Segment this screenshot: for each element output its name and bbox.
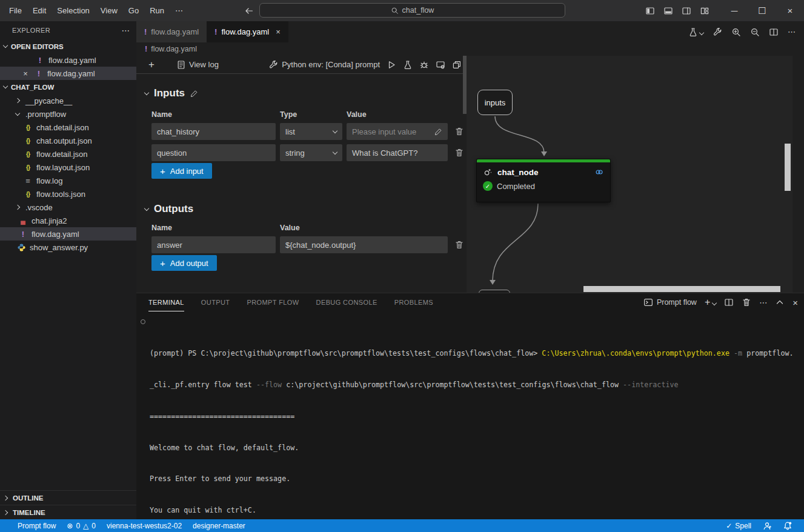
output-value-field[interactable]: ${chat_node.output} [280, 236, 448, 253]
kill-terminal-icon[interactable] [742, 298, 751, 307]
debug-icon[interactable] [419, 60, 429, 70]
split-terminal-icon[interactable] [724, 298, 734, 307]
run-flow-icon[interactable] [387, 60, 396, 70]
command-decoration-icon[interactable] [141, 319, 145, 324]
edit-value-icon[interactable] [434, 128, 442, 136]
editor-scroll-gutter[interactable] [792, 56, 804, 293]
tree-item-promptflow-folder[interactable]: .promptflow [0, 107, 136, 121]
tools-icon[interactable] [713, 27, 722, 37]
toggle-secondary-sidebar-icon[interactable] [682, 6, 691, 16]
editor-more-icon[interactable]: ⋯ [788, 27, 796, 36]
tab-debug-console[interactable]: DEBUG CONSOLE [316, 293, 377, 311]
toggle-sidebar-icon[interactable] [645, 6, 655, 16]
add-output-button[interactable]: + Add output [151, 255, 217, 271]
close-window-button[interactable]: × [776, 0, 804, 21]
maximize-panel-icon[interactable] [775, 298, 785, 307]
graph-vertical-scrollbar[interactable] [785, 144, 791, 191]
chevron-down-icon[interactable] [144, 90, 149, 95]
statusbar-prompt-flow[interactable]: Prompt flow [12, 519, 61, 532]
explorer-more-icon[interactable]: ⋯ [122, 25, 130, 35]
tab-flow-dag-yaml[interactable]: ! flow.dag.yaml [136, 21, 207, 42]
open-editors-section[interactable]: OPEN EDITORS [0, 39, 136, 53]
close-icon[interactable]: × [21, 69, 30, 78]
breadcrumb[interactable]: ! flow.dag.yaml [136, 42, 804, 56]
tree-item-flow-log[interactable]: ≡ flow.log [0, 174, 136, 187]
zoom-out-icon[interactable] [750, 27, 760, 37]
input-value-field[interactable]: Please input value [347, 123, 448, 140]
back-arrow-icon[interactable] [244, 6, 254, 16]
connection-link-icon[interactable] [594, 167, 604, 177]
input-value-field[interactable]: What is ChatGPT? [347, 144, 448, 161]
menu-view[interactable]: View [95, 4, 123, 17]
menu-selection[interactable]: Selection [51, 4, 95, 17]
menu-file[interactable]: File [4, 4, 27, 17]
tab-problems[interactable]: PROBLEMS [394, 293, 433, 311]
add-node-button[interactable]: + [145, 59, 158, 71]
maximize-button[interactable]: ☐ [748, 0, 776, 21]
tree-item-vscode-folder[interactable]: .vscode [0, 201, 136, 214]
graph-node-chat-node[interactable]: chat_node ✓ Completed [476, 159, 611, 202]
tree-item-flow-layout-json[interactable]: {} flow.layout.json [0, 161, 136, 174]
outline-section[interactable]: OUTLINE [0, 490, 136, 505]
graph-node-inputs[interactable]: inputs [477, 90, 513, 115]
statusbar-branch[interactable]: designer-master [187, 519, 251, 532]
python-env-selector[interactable]: Python env: [Conda] prompt [268, 60, 380, 70]
command-center-search[interactable]: chat_flow [259, 3, 565, 18]
output-name-field[interactable]: answer [151, 236, 276, 253]
workspace-root-folder[interactable]: CHAT_FLOW [0, 80, 136, 94]
toggle-panel-icon[interactable] [663, 6, 673, 16]
tree-item-flow-detail-json[interactable]: {} flow.detail.json [0, 147, 136, 161]
terminal-output: (prompt) PS C:\project\github\promptflow… [136, 311, 804, 532]
tab-terminal[interactable]: TERMINAL [148, 293, 184, 311]
tree-item-flow-dag-yaml[interactable]: ! flow.dag.yaml [0, 227, 136, 241]
warning-icon: △ [83, 522, 88, 530]
split-editor-icon[interactable] [769, 27, 779, 37]
menu-edit[interactable]: Edit [27, 4, 51, 17]
spell-checker-status[interactable]: ✓ Spell [720, 519, 757, 532]
chevron-down-icon[interactable] [144, 205, 149, 210]
input-name-field[interactable]: question [151, 144, 276, 161]
customize-layout-icon[interactable] [700, 6, 709, 16]
close-panel-icon[interactable]: × [792, 298, 798, 308]
tree-item-show-answer-py[interactable]: show_answer.py [0, 241, 136, 254]
zoom-in-icon[interactable] [731, 27, 741, 37]
tree-item-chat-jinja2[interactable]: ▄ chat.jinja2 [0, 214, 136, 227]
input-name-field[interactable]: chat_history [151, 123, 276, 140]
notifications-bell-icon[interactable] [777, 519, 798, 532]
delete-input-icon[interactable] [452, 148, 467, 158]
view-log-button[interactable]: View log [176, 60, 219, 70]
close-tab-icon[interactable]: × [276, 27, 281, 36]
open-editor-item-active[interactable]: × ! flow.dag.yaml [0, 67, 136, 80]
test-flow-button[interactable] [688, 27, 703, 37]
graph-horizontal-scrollbar[interactable] [583, 286, 780, 292]
shell-selector[interactable]: Prompt flow [643, 298, 697, 307]
deploy-icon[interactable] [436, 60, 445, 70]
tree-item-pycache[interactable]: __pycache__ [0, 94, 136, 107]
tab-prompt-flow[interactable]: PROMPT FLOW [247, 293, 299, 311]
menu-run[interactable]: Run [144, 4, 170, 17]
menu-more[interactable]: ⋯ [170, 4, 188, 17]
open-editor-item[interactable]: ! flow.dag.yaml [0, 53, 136, 67]
new-terminal-button[interactable]: + [705, 297, 716, 308]
input-type-select[interactable]: string [280, 144, 342, 161]
tree-item-chat-detail-json[interactable]: {} chat.detail.json [0, 121, 136, 134]
statusbar-workspace[interactable]: vienna-test-westus2-02 [101, 519, 187, 532]
menu-go[interactable]: Go [123, 4, 144, 17]
timeline-section[interactable]: TIMELINE [0, 505, 136, 519]
tree-item-chat-output-json[interactable]: {} chat.output.json [0, 134, 136, 147]
add-input-button[interactable]: + Add input [151, 163, 212, 179]
flow-graph-canvas[interactable]: inputs chat_node ✓ Completed [467, 56, 792, 293]
delete-input-icon[interactable] [452, 127, 467, 136]
problems-status[interactable]: ⊗ 0 △ 0 [61, 519, 101, 532]
feedback-person-icon[interactable] [757, 519, 777, 532]
tab-flow-dag-yaml-active[interactable]: ! flow.dag.yaml × [207, 21, 288, 42]
edit-inputs-icon[interactable] [190, 90, 198, 98]
tab-output[interactable]: OUTPUT [201, 293, 230, 311]
input-type-select[interactable]: list [280, 123, 342, 140]
tree-item-flow-tools-json[interactable]: {} flow.tools.json [0, 187, 136, 201]
delete-output-icon[interactable] [452, 240, 467, 250]
test-flask-icon[interactable] [403, 60, 413, 70]
open-code-view-icon[interactable] [452, 60, 462, 70]
minimize-button[interactable]: ─ [720, 0, 748, 21]
panel-more-icon[interactable]: ⋯ [759, 298, 767, 307]
